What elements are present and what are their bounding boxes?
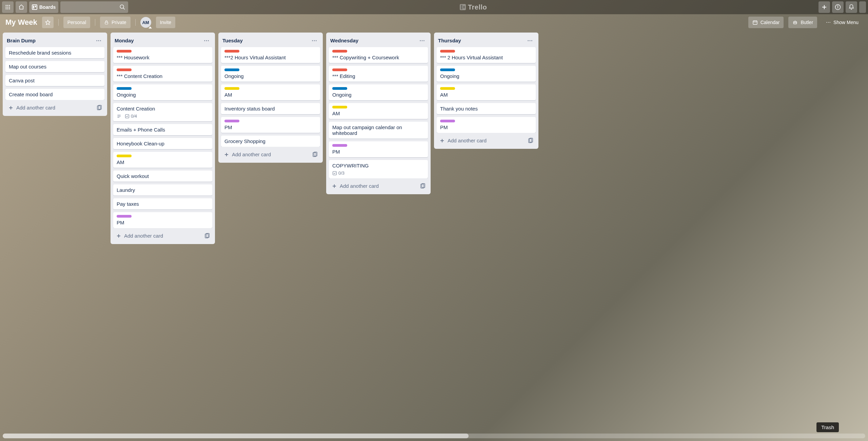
create-from-template-button[interactable] (202, 232, 212, 240)
card[interactable]: PM (329, 141, 428, 157)
list-menu-button[interactable]: ⋯ (95, 36, 103, 45)
purple-label[interactable] (332, 144, 347, 147)
card[interactable]: PM (221, 117, 320, 133)
card[interactable]: Ongoing (437, 66, 536, 82)
notifications-button[interactable] (846, 1, 857, 13)
card[interactable]: *** Content Creation (113, 66, 212, 82)
visibility-button[interactable]: Private (100, 17, 131, 28)
card[interactable]: Quick workout (113, 171, 212, 182)
card[interactable]: Ongoing (221, 66, 320, 82)
list-title[interactable]: Tuesday (222, 38, 243, 43)
list-title[interactable]: Brain Dump (7, 38, 36, 43)
card[interactable]: Thank you notes (437, 103, 536, 114)
add-card-button[interactable]: Add another card (113, 231, 202, 241)
list-menu-button[interactable]: ⋯ (526, 36, 534, 45)
create-from-template-button[interactable] (310, 150, 320, 159)
card[interactable]: *** Copywriting + Coursework (329, 47, 428, 63)
card[interactable]: Reschedule brand sessions (5, 47, 104, 58)
butler-button[interactable]: Butler (788, 17, 817, 28)
card[interactable]: AM (329, 103, 428, 119)
card[interactable]: *** 2 Hours Virtual Assistant (437, 47, 536, 63)
create-from-template-button[interactable] (526, 136, 536, 145)
red-label[interactable] (117, 68, 132, 71)
red-label[interactable] (224, 50, 239, 53)
card[interactable]: AM (437, 84, 536, 100)
add-card-button[interactable]: Add another card (329, 181, 418, 191)
purple-label[interactable] (224, 120, 239, 122)
card[interactable]: Ongoing (329, 84, 428, 100)
card[interactable]: Grocery Shopping (221, 136, 320, 147)
card[interactable]: Content Creation0/4 (113, 103, 212, 121)
show-menu-button[interactable]: ⋯ Show Menu (822, 17, 863, 28)
blue-label[interactable] (440, 68, 455, 71)
yellow-label[interactable] (332, 106, 347, 108)
calendar-button[interactable]: Calendar (748, 17, 784, 28)
yellow-label[interactable] (440, 87, 455, 90)
purple-label[interactable] (117, 215, 132, 218)
invite-button[interactable]: Invite (156, 17, 175, 28)
card-title: Reschedule brand sessions (9, 50, 101, 56)
board-canvas[interactable]: Brain Dump⋯Reschedule brand sessionsMap … (0, 31, 868, 441)
add-card-button[interactable]: Add another card (221, 149, 310, 159)
red-label[interactable] (117, 50, 132, 53)
cards-container: *** Copywriting + Coursework*** EditingO… (326, 47, 431, 178)
card[interactable]: Laundry (113, 184, 212, 196)
star-button[interactable] (42, 17, 54, 28)
card[interactable]: AM (221, 84, 320, 100)
card[interactable]: Map out courses (5, 61, 104, 72)
apps-button[interactable] (2, 1, 14, 13)
list-menu-button[interactable]: ⋯ (418, 36, 427, 45)
card[interactable]: Canva post (5, 75, 104, 86)
card[interactable]: COPYWRITING0/3 (329, 160, 428, 178)
list-title[interactable]: Monday (115, 38, 134, 43)
search-button[interactable] (60, 1, 128, 13)
yellow-label[interactable] (117, 155, 132, 157)
red-label[interactable] (332, 50, 347, 53)
card[interactable]: *** Editing (329, 66, 428, 82)
add-card-button[interactable]: Add another card (437, 136, 526, 145)
card-title: Honeybook Clean-up (117, 141, 209, 146)
star-icon (45, 20, 51, 25)
cards-container: Reschedule brand sessionsMap out courses… (3, 47, 107, 100)
apps-icon (5, 4, 11, 10)
team-button[interactable]: Personal (63, 17, 90, 28)
card[interactable]: *** Housework (113, 47, 212, 63)
card[interactable]: Inventory status board (221, 103, 320, 114)
list-title[interactable]: Thursday (438, 38, 461, 43)
card[interactable]: Honeybook Clean-up (113, 138, 212, 149)
list-title[interactable]: Wednesday (330, 38, 358, 43)
checklist-badge: 0/3 (332, 171, 344, 176)
board-name[interactable]: My Week (5, 18, 37, 27)
card[interactable]: PM (113, 212, 212, 228)
add-card-button[interactable]: Add another card (5, 103, 94, 113)
red-label[interactable] (440, 50, 455, 53)
card[interactable]: Map out campaign calendar on whiteboard (329, 122, 428, 139)
purple-label[interactable] (440, 120, 455, 122)
create-from-template-button[interactable] (418, 182, 428, 191)
horizontal-scrollbar[interactable] (3, 434, 865, 438)
card[interactable]: Pay taxes (113, 198, 212, 209)
blue-label[interactable] (224, 68, 239, 71)
member-avatar[interactable]: AM (140, 17, 151, 28)
scrollbar-thumb[interactable] (3, 434, 469, 438)
blue-label[interactable] (117, 87, 132, 90)
boards-button[interactable]: Boards (29, 1, 58, 13)
create-from-template-button[interactable] (94, 103, 104, 112)
card[interactable]: AM (113, 152, 212, 168)
card[interactable]: Ongoing (113, 84, 212, 100)
card-title: AM (117, 159, 209, 165)
card[interactable]: Create mood board (5, 89, 104, 100)
create-button[interactable] (818, 1, 830, 13)
list-menu-button[interactable]: ⋯ (310, 36, 319, 45)
card[interactable]: PM (437, 117, 536, 133)
blue-label[interactable] (332, 87, 347, 90)
info-button[interactable] (832, 1, 844, 13)
red-label[interactable] (332, 68, 347, 71)
list-menu-button[interactable]: ⋯ (202, 36, 211, 45)
card[interactable]: Emails + Phone Calls (113, 124, 212, 135)
account-button[interactable] (859, 1, 866, 13)
yellow-label[interactable] (224, 87, 239, 90)
card[interactable]: ***2 Hours Virtual Assistant (221, 47, 320, 63)
home-button[interactable] (16, 1, 27, 13)
svg-rect-9 (32, 5, 37, 9)
